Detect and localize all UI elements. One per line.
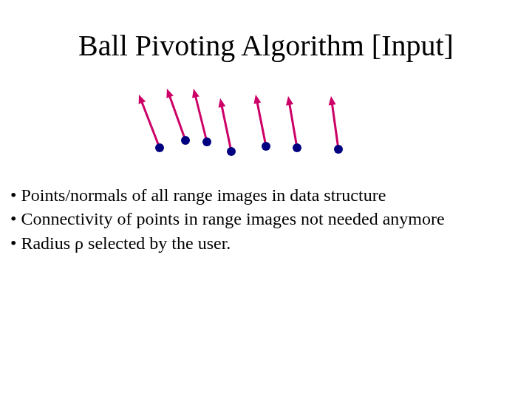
sample-point <box>181 136 190 145</box>
slide-title: Ball Pivoting Algorithm [Input] <box>0 28 532 63</box>
bullet-item: Points/normals of all range images in da… <box>10 183 528 207</box>
sample-point <box>202 137 211 146</box>
bullet-ul: Points/normals of all range images in da… <box>10 183 528 255</box>
slide: Ball Pivoting Algorithm [Input] Points/n… <box>0 0 532 399</box>
bullet-item: Connectivity of points in range images n… <box>10 207 528 231</box>
normal-arrow-line <box>169 95 185 140</box>
normal-arrow-line <box>141 100 160 148</box>
normal-arrow-line <box>332 102 338 149</box>
points-normals-diagram <box>118 74 369 163</box>
bullet-list: Points/normals of all range images in da… <box>10 183 528 255</box>
normal-arrow-head <box>139 95 146 104</box>
sample-point <box>293 143 301 152</box>
sample-point <box>262 142 270 151</box>
normal-arrow-head <box>329 96 336 106</box>
sample-point <box>227 147 236 156</box>
sample-point <box>155 143 164 152</box>
normal-arrow-head <box>192 89 200 98</box>
bullet-item: Radius ρ selected by the user. <box>10 231 528 255</box>
normal-arrow-line <box>195 95 207 142</box>
sample-point <box>334 145 343 154</box>
normal-arrow-head <box>253 95 261 104</box>
normal-arrow-head <box>219 98 226 108</box>
normal-arrow-line <box>222 104 231 151</box>
normal-arrow-line <box>257 100 266 146</box>
normal-arrow-line <box>289 102 297 148</box>
diagram-svg <box>118 74 369 163</box>
normal-arrow-head <box>286 96 293 106</box>
normal-arrow-head <box>166 89 173 98</box>
